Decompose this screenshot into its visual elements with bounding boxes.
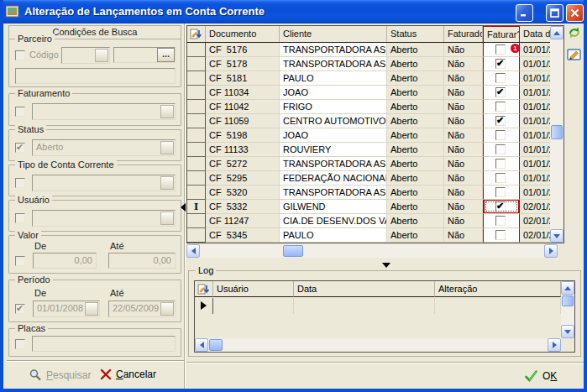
cell-faturar[interactable] [483, 143, 520, 157]
status-checkbox[interactable] [15, 143, 25, 153]
cell-documento[interactable]: CF 5176 [206, 43, 280, 57]
maximize-button[interactable] [546, 4, 563, 22]
col-header-faturado[interactable]: Faturado [444, 26, 483, 42]
cell-faturado[interactable]: Não [444, 128, 483, 143]
cell-faturar[interactable] [483, 71, 520, 86]
row-selector[interactable] [187, 143, 206, 157]
usuario-select[interactable] [32, 210, 176, 227]
tipo-conta-select[interactable] [32, 175, 176, 191]
cancelar-button[interactable]: Cancelar [100, 368, 156, 380]
chevron-down-icon[interactable] [160, 302, 174, 316]
cell-cliente[interactable]: FEDERAÇÃO NACIONAL [280, 171, 387, 186]
table-row[interactable]: CF 5181PAULOAbertoNão01/01/2 [187, 71, 563, 86]
table-row[interactable]: CF 11247CIA.DE DESENV.DOS VAAbertoNão02/… [187, 214, 563, 228]
grid-config-icon[interactable] [187, 26, 206, 42]
collapse-panel-arrow-icon[interactable] [181, 203, 186, 212]
col-header-faturar[interactable]: Faturar? [483, 26, 520, 42]
log-cell-alteracao[interactable] [435, 298, 561, 314]
chevron-down-icon[interactable] [160, 105, 174, 118]
row-selector[interactable] [187, 71, 206, 86]
cell-faturado[interactable]: Não [444, 114, 483, 128]
scroll-left-button[interactable] [186, 244, 200, 258]
row-selector[interactable] [187, 114, 206, 128]
scroll-down-button[interactable] [550, 229, 563, 243]
log-horizontal-scrollbar[interactable] [195, 338, 561, 352]
cell-documento[interactable]: CF 5345 [206, 228, 280, 243]
faturamento-select[interactable] [32, 103, 176, 120]
tipo-conta-checkbox[interactable] [15, 178, 25, 188]
usuario-checkbox[interactable] [15, 213, 25, 223]
faturar-checkbox[interactable] [495, 130, 506, 140]
cell-faturar[interactable] [483, 186, 520, 200]
cell-cliente[interactable]: TRANSPORTADORA AS [280, 186, 387, 200]
cell-documento[interactable]: CF 5178 [206, 57, 280, 71]
row-selector[interactable] [187, 86, 206, 100]
row-selector[interactable] [187, 171, 206, 186]
cell-documento[interactable]: CF 11247 [206, 214, 280, 228]
col-header-status[interactable]: Status [387, 26, 444, 42]
cell-status[interactable]: Aberto [387, 228, 444, 243]
cell-cliente[interactable]: CENTRO AUTOMOTIVO [280, 114, 387, 128]
faturar-checkbox[interactable] [495, 187, 506, 197]
cell-documento[interactable]: CF 5332 [206, 200, 280, 214]
faturamento-checkbox[interactable] [15, 107, 25, 117]
chevron-down-icon[interactable] [160, 176, 174, 190]
cell-cliente[interactable]: PAULO [280, 71, 387, 86]
cell-faturado[interactable]: Não [444, 228, 483, 243]
cell-cliente[interactable]: CIA.DE DESENV.DOS VA [280, 214, 387, 228]
scroll-right-button[interactable] [548, 338, 561, 352]
cell-faturado[interactable]: Não [444, 186, 483, 200]
cell-faturado[interactable]: Não [444, 100, 483, 114]
chevron-down-icon[interactable] [95, 49, 108, 62]
row-selector[interactable] [187, 228, 206, 243]
splitter-down-arrow-icon[interactable] [382, 263, 390, 268]
cell-status[interactable]: Aberto [387, 114, 444, 128]
cell-documento[interactable]: CF 11059 [206, 114, 280, 128]
grid-horizontal-scrollbar[interactable] [186, 244, 558, 258]
table-row[interactable]: CF 11059CENTRO AUTOMOTIVOAbertoNão01/01/… [187, 114, 563, 128]
placas-checkbox[interactable] [15, 339, 25, 349]
scroll-right-button[interactable] [544, 244, 558, 258]
cell-status[interactable]: Aberto [387, 214, 444, 228]
cell-cliente[interactable]: TRANSPORTADORA AS [280, 157, 387, 171]
scrollbar-thumb[interactable] [562, 295, 574, 306]
cell-cliente[interactable]: FRIGO [280, 100, 387, 114]
cell-status[interactable]: Aberto [387, 143, 444, 157]
cell-faturar[interactable] [483, 100, 520, 114]
log-col-alteracao[interactable]: Alteração [435, 281, 561, 297]
cell-status[interactable]: Aberto [387, 57, 444, 71]
cell-faturar[interactable] [483, 86, 520, 100]
scrollbar-thumb[interactable] [551, 125, 563, 139]
chevron-down-icon[interactable] [160, 141, 174, 154]
browse-button[interactable]: ... [157, 48, 175, 62]
cell-faturado[interactable]: Não [444, 143, 483, 157]
faturar-checkbox[interactable] [495, 230, 506, 240]
faturar-checkbox[interactable] [495, 59, 506, 69]
cell-status[interactable]: Aberto [387, 171, 444, 186]
cell-faturado[interactable]: Não [444, 157, 483, 171]
scroll-up-button[interactable] [561, 281, 574, 295]
faturar-checkbox[interactable] [495, 144, 506, 154]
faturar-checkbox[interactable] [495, 159, 506, 169]
cell-documento[interactable]: CF 11034 [206, 86, 280, 100]
table-row[interactable]: CF 5272TRANSPORTADORA ASAbertoNão01/01/2 [187, 157, 563, 171]
valor-ate-field[interactable]: 0,00 [108, 253, 176, 269]
cell-status[interactable]: Aberto [387, 200, 444, 214]
cell-faturado[interactable]: Não [444, 200, 483, 214]
cell-documento[interactable]: CF 5198 [206, 128, 280, 143]
cell-status[interactable]: Aberto [387, 186, 444, 200]
placas-field[interactable] [32, 336, 176, 352]
cell-cliente[interactable]: TRANSPORTADORA AS [280, 43, 387, 57]
scrollbar-thumb[interactable] [283, 245, 303, 257]
valor-de-field[interactable]: 0,00 [33, 253, 97, 269]
cell-documento[interactable]: CF 5295 [206, 171, 280, 186]
grid-config-icon[interactable] [195, 281, 213, 297]
minimize-button[interactable] [516, 4, 533, 22]
table-row[interactable]: CF 11042FRIGOAbertoNão01/01/2 [187, 100, 563, 114]
scroll-down-button[interactable] [561, 325, 574, 338]
faturar-checkbox[interactable] [495, 116, 506, 126]
cell-faturado[interactable]: Não [444, 71, 483, 86]
cell-faturado[interactable]: Não [444, 43, 483, 57]
grid-vertical-scrollbar[interactable] [550, 26, 563, 243]
row-selector[interactable] [187, 157, 206, 171]
